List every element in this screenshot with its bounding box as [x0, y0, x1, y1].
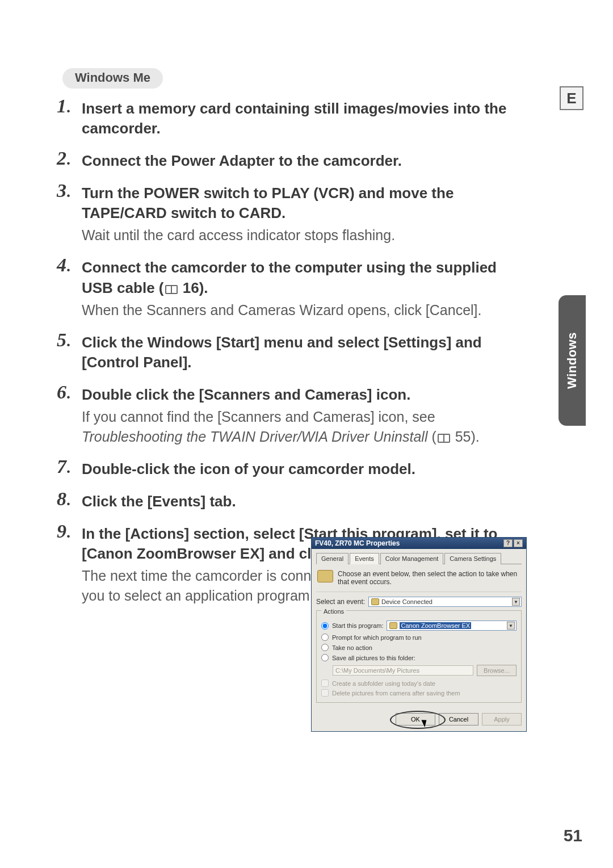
- save-path-field[interactable]: C:\My Documents\My Pictures: [333, 665, 473, 676]
- tab-color-management[interactable]: Color Management: [380, 553, 444, 564]
- tab-camera-settings[interactable]: Camera Settings: [444, 553, 501, 564]
- dialog-tabs: General Events Color Management Camera S…: [316, 552, 522, 564]
- dialog-hint: Choose an event below, then select the a…: [338, 570, 520, 586]
- chk-create-subfolder-label: Create a subfolder using today's date: [332, 680, 435, 687]
- step-8: 8. Click the [Events] tab.: [57, 492, 528, 511]
- radio-start-program[interactable]: [321, 622, 329, 630]
- os-badge-label: Windows Me: [75, 70, 150, 85]
- step-7: 7. Double-click the icon of your camcord…: [57, 459, 528, 479]
- close-button[interactable]: ×: [514, 539, 523, 547]
- language-indicator-label: E: [566, 90, 576, 107]
- select-event-label: Select an event:: [316, 598, 365, 606]
- radio-save-all-label: Save all pictures to this folder:: [332, 655, 415, 661]
- step-number: 2.: [57, 148, 70, 169]
- chk-create-subfolder[interactable]: [321, 680, 329, 687]
- dialog-title: FV40, ZR70 MC Properties: [315, 539, 400, 547]
- step-5: 5. Click the Windows [Start] menu and se…: [57, 333, 528, 372]
- step-title: Connect the Power Adapter to the camcord…: [82, 151, 528, 171]
- tab-events[interactable]: Events: [350, 553, 379, 564]
- radio-prompt-label: Prompt for which program to run: [332, 634, 422, 641]
- step-number: 7.: [57, 456, 70, 477]
- manual-ref-icon: [438, 434, 450, 443]
- step-number: 4.: [57, 254, 70, 276]
- chevron-down-icon: ▼: [512, 598, 520, 606]
- radio-prompt[interactable]: [321, 634, 329, 641]
- os-badge: Windows Me: [62, 68, 163, 89]
- step-number: 8.: [57, 488, 70, 510]
- side-tab-windows: Windows: [559, 295, 586, 426]
- step-1: 1. Insert a memory card containing still…: [57, 99, 528, 139]
- start-program-value: Canon ZoomBrowser EX: [400, 622, 471, 629]
- step-3: 3. Turn the POWER switch to PLAY (VCR) a…: [57, 183, 528, 245]
- step-4: 4. Connect the camcorder to the computer…: [57, 258, 528, 320]
- camera-icon: [317, 570, 333, 582]
- step-title: Insert a memory card containing still im…: [82, 99, 528, 139]
- select-event-value: Device Connected: [381, 598, 433, 605]
- radio-take-no-action[interactable]: [321, 644, 329, 651]
- apply-button[interactable]: Apply: [482, 713, 522, 726]
- page-content: Windows Me 1. Insert a memory card conta…: [57, 68, 528, 609]
- tab-general[interactable]: General: [316, 553, 349, 564]
- step-title: Double-click the icon of your camcorder …: [82, 459, 528, 479]
- actions-legend: Actions: [321, 608, 346, 615]
- chevron-down-icon: ▼: [507, 622, 515, 630]
- camera-icon: [389, 622, 397, 629]
- help-button[interactable]: ?: [503, 539, 513, 547]
- actions-fieldset: Actions Start this program: Canon ZoomBr…: [316, 610, 522, 703]
- step-number: 9.: [57, 521, 70, 542]
- cancel-button[interactable]: Cancel: [439, 713, 478, 726]
- language-indicator-box: E: [560, 86, 583, 110]
- step-title: Double click the [Scanners and Cameras] …: [82, 385, 528, 405]
- step-2: 2. Connect the Power Adapter to the camc…: [57, 151, 528, 171]
- step-title: Click the [Events] tab.: [82, 492, 528, 511]
- ok-button[interactable]: OK: [396, 713, 435, 726]
- radio-take-no-action-label: Take no action: [332, 644, 372, 651]
- select-event-combo[interactable]: Device Connected ▼: [368, 597, 522, 607]
- properties-dialog: FV40, ZR70 MC Properties ? × General Eve…: [311, 537, 527, 732]
- step-body: When the Scanners and Cameras Wizard ope…: [82, 300, 528, 320]
- camera-icon: [371, 598, 379, 605]
- dialog-titlebar: FV40, ZR70 MC Properties ? ×: [312, 538, 526, 549]
- step-number: 6.: [57, 381, 70, 403]
- side-tab-label: Windows: [565, 332, 580, 389]
- step-title: Connect the camcorder to the computer us…: [82, 258, 528, 297]
- step-title: Click the Windows [Start] menu and selec…: [82, 333, 528, 372]
- step-body: Wait until the card access indicator sto…: [82, 225, 528, 245]
- radio-save-all[interactable]: [321, 654, 329, 661]
- step-6: 6. Double click the [Scanners and Camera…: [57, 385, 528, 447]
- step-number: 5.: [57, 329, 70, 351]
- step-number: 3.: [57, 180, 70, 202]
- step-body: If you cannot find the [Scanners and Cam…: [82, 407, 528, 447]
- browse-button[interactable]: Browse...: [477, 665, 517, 676]
- page-number: 51: [564, 826, 582, 845]
- step-title: Turn the POWER switch to PLAY (VCR) and …: [82, 183, 528, 223]
- radio-start-program-label: Start this program:: [332, 622, 383, 629]
- chk-delete-after-save-label: Delete pictures from camera after saving…: [332, 690, 460, 697]
- chk-delete-after-save[interactable]: [321, 689, 329, 697]
- start-program-combo[interactable]: Canon ZoomBrowser EX ▼: [387, 620, 517, 631]
- step-number: 1.: [57, 95, 70, 117]
- manual-ref-icon: [165, 285, 178, 294]
